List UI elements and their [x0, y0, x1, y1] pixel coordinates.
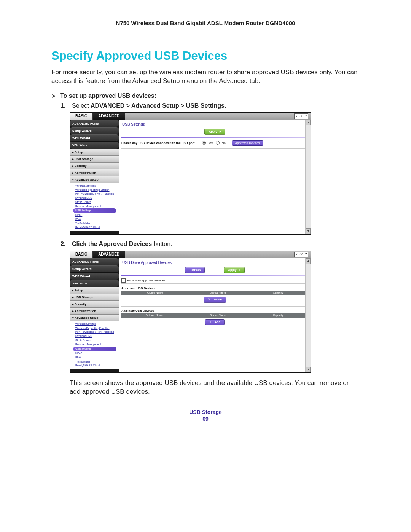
step-number: 2. — [61, 241, 67, 248]
step-text-prefix: Click the — [72, 241, 99, 247]
sidebar-sub-port-forwarding[interactable]: Port Forwarding / Port Triggering — [75, 330, 119, 334]
scroll-down-icon[interactable]: ▾ — [306, 228, 311, 234]
divider — [121, 137, 308, 138]
scroll-up-icon[interactable]: ▴ — [306, 120, 311, 125]
content-title: USB Settings — [122, 122, 308, 126]
sidebar-sub-ipv6[interactable]: IPv6 — [75, 356, 119, 360]
step-text-suffix: . — [225, 102, 226, 109]
scroll-down-icon[interactable]: ▾ — [306, 367, 311, 372]
sidebar-section-setup[interactable]: Setup — [70, 287, 119, 294]
sidebar-sub-dynamic-dns[interactable]: Dynamic DNS — [75, 334, 119, 339]
sidebar-item-wps-wizard[interactable]: WPS Wizard — [70, 273, 119, 280]
add-button-label: Add — [215, 320, 221, 324]
sidebar-sub-wireless-settings[interactable]: Wireless Settings — [75, 184, 119, 188]
divider — [121, 148, 308, 149]
sidebar-item-vpn-wizard[interactable]: VPN Wizard — [70, 142, 119, 149]
step-2: 2. Click the Approved Devices button. — [61, 241, 360, 248]
footer-rule — [51, 406, 360, 406]
radio-yes[interactable] — [202, 141, 206, 145]
tab-basic[interactable]: BASIC — [70, 251, 93, 258]
section-title: Specify Approved USB Devices — [51, 49, 360, 63]
sidebar-section-usb-storage[interactable]: USB Storage — [70, 294, 119, 301]
sidebar-sub-remote-management[interactable]: Remote Management — [75, 343, 119, 347]
divider — [121, 306, 308, 307]
allow-only-checkbox[interactable] — [121, 278, 126, 283]
approved-table-header: Volume Name Device Name Capacity — [121, 291, 308, 295]
admin-sidebar: ADVANCED Home Setup Wizard WPS Wizard VP… — [70, 258, 119, 372]
sidebar-sub-wireless-repeating[interactable]: Wireless Repeating Function — [75, 188, 119, 192]
tab-advanced[interactable]: ADVANCED — [93, 113, 125, 120]
radio-yes-label: Yes — [208, 141, 213, 145]
lead-text: To set up approved USB devices: — [60, 93, 156, 99]
play-icon: ▸ — [220, 130, 221, 133]
scrollbar[interactable]: ▴ ▾ — [305, 258, 311, 372]
scroll-up-icon[interactable]: ▴ — [306, 258, 311, 264]
sidebar-sub-wireless-repeating[interactable]: Wireless Repeating Function — [75, 326, 119, 331]
language-select[interactable]: Auto — [294, 113, 308, 119]
refresh-button[interactable]: Refresh — [185, 267, 205, 273]
sidebar-sub-ipv6[interactable]: IPv6 — [75, 217, 119, 222]
step-text: Select ADVANCED > Advanced Setup > USB S… — [72, 102, 226, 109]
sidebar-item-setup-wizard[interactable]: Setup Wizard — [70, 127, 119, 134]
sidebar-item-advanced-home[interactable]: ADVANCED Home — [70, 120, 119, 127]
delete-button-label: Delete — [213, 298, 222, 301]
sidebar-sub-usb-settings[interactable]: USB Settings — [73, 347, 116, 351]
sidebar-item-vpn-wizard[interactable]: VPN Wizard — [70, 280, 119, 287]
sidebar-section-setup[interactable]: Setup — [70, 149, 119, 156]
step-text-bold: ADVANCED > Advanced Setup > USB Settings — [91, 102, 225, 109]
sidebar-item-advanced-home[interactable]: ADVANCED Home — [70, 258, 119, 265]
sidebar-section-advanced-setup[interactable]: Advanced Setup — [70, 315, 119, 321]
sidebar-sublist: Wireless Settings Wireless Repeating Fun… — [70, 321, 119, 369]
sidebar-sublist: Wireless Settings Wireless Repeating Fun… — [70, 183, 119, 231]
sidebar-section-administration[interactable]: Administration — [70, 169, 119, 176]
sidebar-sub-readyshare[interactable]: ReadySHARE Cloud — [75, 364, 119, 368]
sidebar-sub-upnp[interactable]: UPnP — [75, 351, 119, 356]
sidebar-item-wps-wizard[interactable]: WPS Wizard — [70, 134, 119, 142]
approved-devices-button[interactable]: Approved Devices — [232, 140, 263, 146]
sidebar-sub-traffic-meter[interactable]: Traffic Meter — [75, 360, 119, 364]
sidebar-section-security[interactable]: Security — [70, 301, 119, 308]
step-text-bold: Approved Devices — [99, 241, 152, 247]
sidebar-sub-port-forwarding[interactable]: Port Forwarding / Port Triggering — [75, 192, 119, 196]
radio-no[interactable] — [216, 141, 220, 145]
col-device: Device Name — [188, 291, 248, 294]
content-title: USB Drive Approved Devices — [122, 260, 308, 265]
procedure-lead: ➤ To set up approved USB devices: — [51, 93, 360, 99]
sidebar-sub-readyshare[interactable]: ReadySHARE Cloud — [75, 225, 119, 230]
sidebar-sub-upnp[interactable]: UPnP — [75, 213, 119, 217]
add-button[interactable]: ＋Add — [205, 319, 225, 325]
tab-basic[interactable]: BASIC — [70, 113, 93, 120]
page-footer: USB Storage 69 — [0, 409, 411, 422]
admin-tabbar: BASIC ADVANCED Auto — [70, 251, 311, 258]
sidebar-sub-usb-settings[interactable]: USB Settings — [73, 208, 116, 213]
intro-paragraph: For more security, you can set up the wi… — [51, 68, 360, 86]
step-1: 1. Select ADVANCED > Advanced Setup > US… — [61, 102, 360, 109]
col-capacity: Capacity — [248, 314, 308, 316]
sidebar-sub-remote-management[interactable]: Remote Management — [75, 204, 119, 209]
available-table-header: Volume Name Device Name Capacity — [121, 313, 308, 318]
step-number: 1. — [61, 102, 67, 109]
sidebar-sub-wireless-settings[interactable]: Wireless Settings — [75, 322, 119, 326]
sidebar-section-security[interactable]: Security — [70, 163, 119, 169]
tab-advanced[interactable]: ADVANCED — [93, 251, 125, 258]
apply-button[interactable]: Apply▸ — [204, 129, 225, 135]
sidebar-item-setup-wizard[interactable]: Setup Wizard — [70, 265, 119, 273]
sidebar-sub-static-routes[interactable]: Static Routes — [75, 339, 119, 343]
admin-content: USB Drive Approved Devices Refresh Apply… — [119, 258, 311, 372]
outro-paragraph: This screen shows the approved USB devic… — [70, 379, 360, 396]
available-devices-label: Available USB Devices — [121, 309, 308, 312]
sidebar-sub-dynamic-dns[interactable]: Dynamic DNS — [75, 196, 119, 200]
sidebar-section-advanced-setup[interactable]: Advanced Setup — [70, 176, 119, 183]
apply-button-label: Apply — [209, 130, 217, 133]
delete-button[interactable]: ✕Delete — [204, 297, 226, 303]
admin-sidebar: ADVANCED Home Setup Wizard WPS Wizard VP… — [70, 120, 119, 234]
admin-content: USB Settings Apply▸ Enable any USB Devic… — [119, 120, 311, 234]
sidebar-sub-static-routes[interactable]: Static Routes — [75, 200, 119, 204]
divider — [121, 283, 308, 284]
scrollbar[interactable]: ▴ ▾ — [305, 120, 311, 234]
sidebar-sub-traffic-meter[interactable]: Traffic Meter — [75, 222, 119, 226]
sidebar-section-usb-storage[interactable]: USB Storage — [70, 156, 119, 163]
apply-button[interactable]: Apply▸ — [224, 267, 244, 273]
language-select[interactable]: Auto — [294, 252, 308, 257]
sidebar-section-administration[interactable]: Administration — [70, 308, 119, 315]
